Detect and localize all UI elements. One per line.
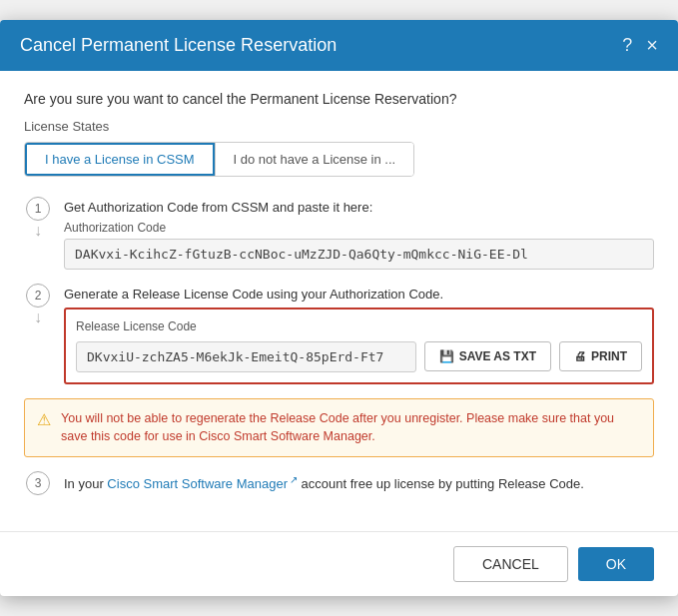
step-3-content: In your Cisco Smart Software Manager acc… xyxy=(64,471,654,497)
cssm-link[interactable]: Cisco Smart Software Manager xyxy=(107,476,298,491)
step-2-circle: 2 xyxy=(26,284,50,308)
dialog-footer: CANCEL OK xyxy=(0,531,678,596)
warning-text: You will not be able to regenerate the R… xyxy=(61,409,641,447)
license-states-label: License States xyxy=(24,119,654,134)
step-1-section: 1 ↓ Get Authorization Code from CSSM and… xyxy=(24,197,654,270)
print-button[interactable]: 🖨 PRINT xyxy=(559,341,642,371)
confirm-text: Are you sure you want to cancel the Perm… xyxy=(24,91,654,107)
tab-has-license[interactable]: I have a License in CSSM xyxy=(25,143,215,176)
warning-box: ⚠ You will not be able to regenerate the… xyxy=(24,398,654,458)
step-3-num-col: 3 xyxy=(24,471,52,495)
save-as-txt-button[interactable]: 💾 SAVE AS TXT xyxy=(424,341,551,371)
step-1-arrow: ↓ xyxy=(34,223,42,239)
step-2-arrow: ↓ xyxy=(34,309,42,325)
step-3-section: 3 In your Cisco Smart Software Manager a… xyxy=(24,471,654,497)
step-3-row: 3 In your Cisco Smart Software Manager a… xyxy=(24,471,654,497)
step-3-circle: 3 xyxy=(26,471,50,495)
warning-icon: ⚠ xyxy=(37,410,51,429)
ok-button[interactable]: OK xyxy=(578,547,654,581)
close-button[interactable]: × xyxy=(646,34,658,57)
step-2-num-col: 2 ↓ xyxy=(24,284,52,325)
step-1-row: 1 ↓ Get Authorization Code from CSSM and… xyxy=(24,197,654,270)
save-icon: 💾 xyxy=(439,349,454,363)
step-2-row: 2 ↓ Generate a Release License Code usin… xyxy=(24,284,654,384)
dialog: Cancel Permanent License Reservation ? ×… xyxy=(0,20,678,597)
step-2-content: Generate a Release License Code using yo… xyxy=(64,284,654,384)
dialog-title: Cancel Permanent License Reservation xyxy=(20,35,337,56)
help-icon: ? xyxy=(622,35,632,56)
release-code-input[interactable] xyxy=(76,341,416,372)
cancel-button[interactable]: CANCEL xyxy=(453,546,568,582)
tab-no-license[interactable]: I do not have a License in ... xyxy=(215,143,414,176)
dialog-header: Cancel Permanent License Reservation ? × xyxy=(0,20,678,71)
dialog-body: Are you sure you want to cancel the Perm… xyxy=(0,71,678,532)
print-icon: 🖨 xyxy=(574,349,586,363)
step-1-circle: 1 xyxy=(26,197,50,221)
release-code-inner: 💾 SAVE AS TXT 🖨 PRINT xyxy=(76,341,642,372)
release-code-box: Release License Code 💾 SAVE AS TXT 🖨 PRI… xyxy=(64,308,654,384)
close-icon: × xyxy=(646,34,658,57)
step-2-section: 2 ↓ Generate a Release License Code usin… xyxy=(24,284,654,384)
step-1-content: Get Authorization Code from CSSM and pas… xyxy=(64,197,654,270)
step-2-description: Generate a Release License Code using yo… xyxy=(64,284,654,302)
header-icons: ? × xyxy=(622,34,658,57)
step-1-description: Get Authorization Code from CSSM and pas… xyxy=(64,197,654,215)
authorization-code-input[interactable] xyxy=(64,239,654,270)
step-3-description: In your Cisco Smart Software Manager acc… xyxy=(64,471,654,491)
step-2-field-label: Release License Code xyxy=(76,319,642,333)
tab-group: I have a License in CSSM I do not have a… xyxy=(24,142,414,177)
step-1-field-label: Authorization Code xyxy=(64,221,654,235)
step-1-num-col: 1 ↓ xyxy=(24,197,52,239)
help-button[interactable]: ? xyxy=(622,35,632,56)
